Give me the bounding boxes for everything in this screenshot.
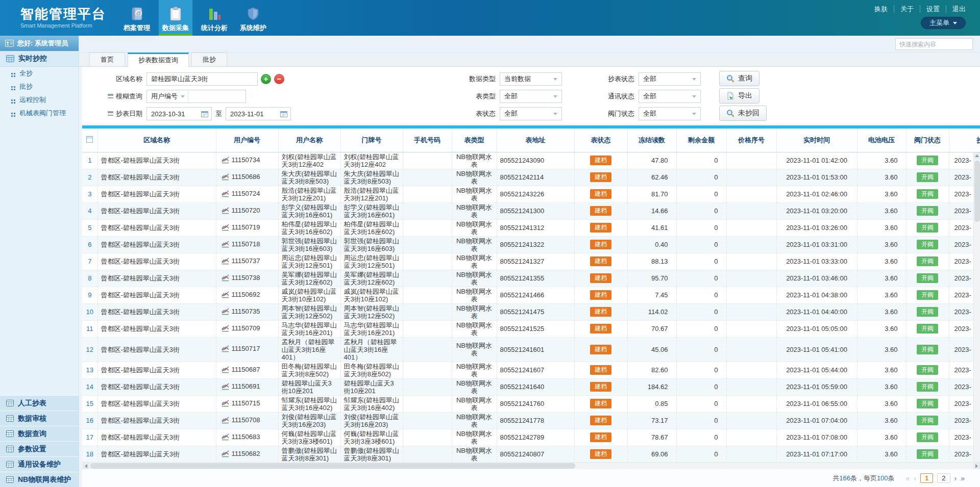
usage-chart-icon[interactable] (222, 307, 229, 317)
comm-state-select[interactable]: 全部 (639, 90, 701, 103)
table-row[interactable]: 10曾都区-碧桂园翠山蓝天3街11150735周本智(碧桂园翠山蓝天3街12座5… (82, 303, 980, 320)
area-input[interactable] (146, 72, 258, 86)
sidebar-item-data-audit[interactable]: 数据审核 (0, 411, 79, 426)
link-logout[interactable]: 退出 (946, 5, 966, 13)
table-row[interactable]: 3曾都区-碧桂园翠山蓝天3街11150724殷浩(碧桂园翠山蓝天3街12座201… (82, 186, 980, 202)
sidebar-item-manual-reading[interactable]: 人工抄表 (0, 395, 79, 411)
table-row[interactable]: 5曾都区-碧桂园翠山蓝天3街11150719柏伟星(碧桂园翠山蓝天3街16座60… (82, 219, 980, 236)
read-state-select[interactable]: 全部 (639, 72, 701, 86)
row-index: 18 (86, 450, 93, 458)
table-row[interactable]: 18曾都区-碧桂园翠山蓝天3街11150682曾鹏傲(碧桂园翠山蓝天3街8座30… (82, 446, 980, 462)
remove-area-button[interactable]: − (274, 74, 284, 84)
cell-meter_addr: 805521242789 (497, 429, 574, 446)
vertical-scroll-thumb[interactable] (974, 161, 980, 222)
page-button-2[interactable]: 2 (937, 473, 950, 483)
sidebar-item-device-maintenance[interactable]: 通用设备维护 (0, 456, 79, 472)
usage-chart-icon[interactable] (222, 257, 229, 266)
quick-search-input[interactable] (896, 41, 980, 48)
select-all-icon[interactable] (86, 136, 93, 143)
unread-button[interactable]: 未抄回 (719, 106, 767, 121)
cell-meter_addr: 805521241607 (497, 362, 574, 378)
usage-chart-icon[interactable] (222, 416, 229, 425)
sidebar-item-batch-read[interactable]: 批抄 (0, 80, 79, 93)
usage-chart-icon[interactable] (222, 207, 229, 216)
nav-statistics[interactable]: 统计分析 (198, 0, 231, 36)
fuzzy-input[interactable] (188, 91, 246, 102)
usage-chart-icon[interactable] (222, 399, 229, 408)
usage-chart-icon[interactable] (222, 450, 229, 459)
table-row[interactable]: 15曾都区-碧桂园翠山蓝天3街11150715邹耀东(碧桂园翠山蓝天3街16座4… (82, 395, 980, 412)
table-row[interactable]: 8曾都区-碧桂园翠山蓝天3街11150738吴军娜(碧桂园翠山蓝天3街12座60… (82, 270, 980, 287)
main-menu-button[interactable]: 主菜单 (921, 17, 966, 29)
nav-archive[interactable]: @ 档案管理 (120, 0, 154, 36)
table-row[interactable]: 13曾都区-碧桂园翠山蓝天3街11150687田冬梅(碧桂园翠山蓝天3街8座50… (82, 362, 980, 378)
export-button[interactable]: 导出 (719, 88, 760, 104)
usage-chart-icon[interactable] (222, 291, 229, 300)
page-button-1[interactable]: 1 (920, 473, 933, 483)
usage-chart-icon[interactable] (222, 190, 229, 199)
link-skin[interactable]: 换肤 (868, 5, 894, 13)
table-row[interactable]: 1曾都区-碧桂园翠山蓝天3街11150734刘权(碧桂园翠山蓝天3街12座402… (82, 152, 980, 169)
tab-home[interactable]: 首页 (89, 53, 125, 66)
table-icon (6, 400, 14, 406)
meter-state-select[interactable]: 全部 (500, 107, 562, 120)
tab-batch-read[interactable]: 批抄 (191, 53, 227, 66)
date-to-input[interactable]: 2023-11-01 (226, 107, 291, 120)
date-from-input[interactable]: 2023-10-31 (146, 107, 212, 120)
table-row[interactable]: 7曾都区-碧桂园翠山蓝天3街11150737周运忠(碧桂园翠山蓝天3街12座50… (82, 253, 980, 270)
link-settings[interactable]: 设置 (920, 5, 946, 13)
next-page-button[interactable]: › (954, 474, 957, 482)
table-row[interactable]: 2曾都区-碧桂园翠山蓝天3街11150686朱大庆(碧桂园翠山蓝天3街8座503… (82, 169, 980, 186)
valve-state-select[interactable]: 全部 (639, 107, 701, 120)
usage-chart-icon[interactable] (222, 240, 229, 249)
table-row[interactable]: 6曾都区-碧桂园翠山蓝天3街11150718郭世强(碧桂园翠山蓝天3街16座60… (82, 236, 980, 253)
tab-meter-data-query[interactable]: 抄表数据查询 (128, 53, 189, 67)
add-area-button[interactable]: + (261, 74, 271, 84)
cell-valve: 开阀 (906, 320, 949, 337)
usage-chart-icon[interactable] (222, 274, 229, 283)
table-row[interactable]: 11曾都区-碧桂园翠山蓝天3街11150709马志华(碧桂园翠山蓝天3街16座2… (82, 320, 980, 337)
sidebar-item-remote-control[interactable]: 远程控制 (0, 93, 79, 107)
cell-user_no: 11150737 (216, 253, 278, 270)
usage-chart-icon[interactable] (222, 324, 229, 334)
select-all-header[interactable] (82, 129, 97, 152)
table-row[interactable]: 4曾都区-碧桂园翠山蓝天3街11150720彭学义(碧桂园翠山蓝天3街16座60… (82, 202, 980, 219)
data-type-select[interactable]: 当前数据 (500, 72, 562, 86)
usage-chart-icon[interactable] (222, 345, 229, 354)
scroll-right-icon[interactable] (973, 463, 980, 469)
nav-maintenance[interactable]: 系统维护 (236, 0, 270, 36)
sidebar-item-parameter-settings[interactable]: 参数设置 (0, 441, 79, 456)
scroll-left-icon[interactable] (82, 463, 89, 469)
cell-sel: 5 (82, 219, 97, 236)
query-button[interactable]: 查询 (719, 71, 760, 86)
usage-chart-icon[interactable] (222, 433, 229, 442)
horizontal-scrollbar[interactable] (82, 462, 980, 469)
usage-chart-icon[interactable] (222, 223, 229, 233)
table-row[interactable]: 14曾都区-碧桂园翠山蓝天3街11150691碧桂园翠山蓝天3街10座201碧桂… (82, 378, 980, 395)
last-page-button[interactable]: » (961, 474, 965, 482)
sidebar-item-data-query[interactable]: 数据查询 (0, 426, 79, 441)
meter-type-select[interactable]: 全部 (500, 90, 562, 103)
cell-door_no: 周运忠(碧桂园翠山蓝天3街12座501) (340, 253, 403, 270)
nav-data-collect[interactable]: 数据采集 (159, 0, 192, 36)
sidebar-item-read-all[interactable]: 全抄 (0, 67, 79, 80)
sidebar-item-realtime-reading[interactable]: 实时抄控 (0, 51, 79, 67)
sidebar-item-valve-mgmt[interactable]: 机械表阀门管理 (0, 107, 79, 120)
main-content: ⌕ 首页 抄表数据查询 批抄 区域名称 + − 数据类型 当前数据 抄表状态 全… (79, 36, 980, 487)
scroll-up-icon[interactable] (974, 152, 980, 159)
fuzzy-type-select[interactable]: 用户编号 (147, 90, 188, 102)
usage-chart-icon[interactable] (222, 156, 229, 165)
table-row[interactable]: 9曾都区-碧桂园翠山蓝天3街11150692戚岚(碧桂园翠山蓝天3街10座102… (82, 287, 980, 303)
usage-chart-icon[interactable] (222, 173, 229, 182)
horizontal-scroll-thumb[interactable] (90, 463, 575, 469)
table-row[interactable]: 17曾都区-碧桂园翠山蓝天3街11150683何巍(碧桂园翠山蓝天3街3座3楼6… (82, 429, 980, 446)
table-row[interactable]: 16曾都区-碧桂园翠山蓝天3街11150708刘俊(碧桂园翠山蓝天3街16座20… (82, 412, 980, 429)
prev-page-button[interactable]: ‹ (914, 474, 916, 482)
usage-chart-icon[interactable] (222, 366, 229, 375)
table-row[interactable]: 12曾都区-碧桂园翠山蓝天3街11150717孟秋月（碧桂园翠山蓝天3街16座4… (82, 337, 980, 362)
link-about[interactable]: 关于 (894, 5, 920, 13)
first-page-button[interactable]: « (906, 474, 910, 482)
vertical-scrollbar[interactable] (973, 152, 980, 462)
usage-chart-icon[interactable] (222, 382, 229, 392)
sidebar-item-nb-meter-maintenance[interactable]: NB物联网表维护 (0, 472, 79, 487)
